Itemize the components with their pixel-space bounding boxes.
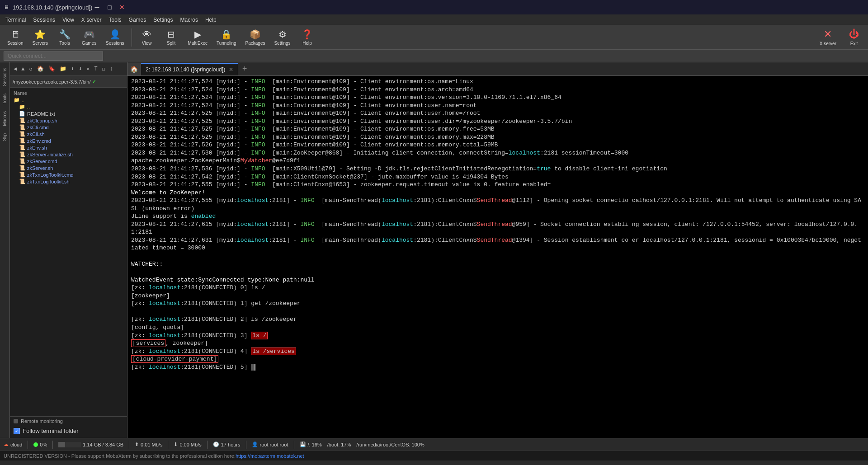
highlighted-command-1: ls / bbox=[251, 332, 268, 339]
session-icon: 🖥 bbox=[11, 29, 20, 40]
list-item[interactable]: 📜zkServer.sh bbox=[12, 164, 125, 171]
path-ok-icon: ✓ bbox=[92, 79, 96, 85]
fp-sort[interactable]: ↕ bbox=[108, 65, 115, 73]
tool-packages[interactable]: 📦 Packages bbox=[242, 27, 269, 47]
fp-new-folder[interactable]: 📁 bbox=[58, 65, 68, 73]
exit-icon: ⏻ bbox=[849, 28, 859, 40]
menu-help[interactable]: Help bbox=[202, 16, 220, 24]
list-item[interactable]: 📜zkEnv.sh bbox=[12, 144, 125, 151]
menu-sessions[interactable]: Sessions bbox=[29, 16, 59, 24]
fp-back[interactable]: ◀ bbox=[12, 65, 19, 73]
fp-bookmark[interactable]: 🔖 bbox=[47, 65, 57, 73]
sidebar-tools-label: Tools bbox=[1, 90, 8, 108]
quickconnect-input[interactable] bbox=[4, 52, 103, 61]
tool-split[interactable]: ⊟ Split bbox=[160, 27, 183, 47]
monitor-dot bbox=[14, 419, 18, 423]
terminal-line: 2023-08-21 21:41:27,524 [myid:] - INFO [… bbox=[131, 94, 864, 102]
menu-settings[interactable]: Settings bbox=[150, 16, 176, 24]
download-icon: ⬇ bbox=[174, 442, 178, 447]
sb-upload: ⬆ 0.01 Mb/s bbox=[135, 442, 162, 447]
toolbar: 🖥 Session ⭐ Servers 🔧 Tools 🎮 Games 👤 Se… bbox=[0, 25, 868, 50]
sb-user: 👤 root root root bbox=[252, 442, 288, 447]
tab-label: 2: 192.168.10.140 ([springcloud]) bbox=[146, 66, 225, 73]
menu-terminal[interactable]: Terminal bbox=[2, 16, 29, 24]
list-item[interactable]: 📁.. bbox=[12, 103, 125, 110]
terminal-line: 2023-08-21 21:41:27,615 [myid:localhost:… bbox=[131, 221, 864, 236]
exit-button[interactable]: ⏻ Exit bbox=[844, 27, 864, 48]
tool-sessions[interactable]: 👤 Sessions bbox=[102, 27, 128, 47]
list-item[interactable]: 📜zkTxnLogToolkit.cmd bbox=[12, 171, 125, 178]
fp-select[interactable]: ◻ bbox=[100, 65, 107, 73]
script-icon: 📜 bbox=[19, 124, 25, 130]
tool-settings[interactable]: ⚙ Settings bbox=[270, 27, 294, 47]
tab-close-button[interactable]: ✕ bbox=[229, 66, 233, 73]
tab-bar: 🏠 2: 192.168.10.140 ([springcloud]) ✕ + bbox=[127, 62, 868, 76]
maximize-button[interactable]: □ bbox=[105, 3, 114, 12]
fp-download[interactable]: ⬇ bbox=[77, 65, 84, 73]
list-item[interactable]: 📜zkCli.cmd bbox=[12, 124, 125, 131]
unregistered-link[interactable]: https://mobaxterm.mobatek.net bbox=[236, 453, 304, 459]
menu-view[interactable]: View bbox=[59, 16, 78, 24]
sb-percent: 0% bbox=[33, 442, 47, 447]
follow-folder-section[interactable]: ✓ Follow terminal folder bbox=[10, 426, 127, 438]
list-item[interactable]: 📁.. bbox=[12, 97, 125, 103]
menu-macros[interactable]: Macros bbox=[177, 16, 202, 24]
menubar: Terminal Sessions View X server Tools Ga… bbox=[0, 14, 868, 25]
terminal-content[interactable]: 2023-08-21 21:41:27,524 [myid:] - INFO [… bbox=[127, 76, 868, 438]
tool-tools[interactable]: 🔧 Tools bbox=[53, 27, 76, 47]
menu-tools[interactable]: Tools bbox=[105, 16, 125, 24]
minimize-button[interactable]: ─ bbox=[92, 3, 101, 12]
terminal-line: [zk: localhost:2181(CONNECTED) 1] get /z… bbox=[131, 300, 864, 308]
remote-monitoring-section: Remote monitoring bbox=[10, 416, 127, 426]
left-sidebar-icons: Sessions Tools Macros Slip bbox=[0, 62, 10, 438]
sb-sep bbox=[207, 441, 208, 449]
script-icon: 📜 bbox=[19, 145, 25, 150]
list-item[interactable]: 📜zkCleanup.sh bbox=[12, 117, 125, 124]
tab-springcloud[interactable]: 2: 192.168.10.140 ([springcloud]) ✕ bbox=[141, 63, 238, 75]
list-item[interactable]: 📜zkServer.cmd bbox=[12, 158, 125, 164]
tool-session[interactable]: 🖥 Session bbox=[4, 28, 27, 47]
unregistered-text: UNREGISTERED VERSION - Please support Mo… bbox=[4, 453, 236, 459]
list-item[interactable]: 📄README.txt bbox=[12, 110, 125, 117]
folder-icon: 📁 bbox=[14, 97, 20, 103]
highlighted-result-2: [cloud-provider-payment] bbox=[131, 355, 218, 363]
tunneling-icon: 🔒 bbox=[221, 29, 232, 40]
xserver-button[interactable]: ✕ X server bbox=[814, 27, 842, 48]
split-icon: ⊟ bbox=[167, 29, 175, 40]
fp-refresh[interactable]: ↺ bbox=[27, 65, 34, 73]
fp-upload[interactable]: ⬆ bbox=[69, 65, 76, 73]
fp-up[interactable]: ▲ bbox=[19, 65, 26, 73]
terminal-line bbox=[131, 268, 864, 276]
close-button[interactable]: ✕ bbox=[118, 3, 127, 12]
tool-tunneling[interactable]: 🔒 Tunneling bbox=[213, 27, 240, 47]
menu-games[interactable]: Games bbox=[125, 16, 150, 24]
follow-folder-checkbox[interactable]: ✓ bbox=[14, 428, 20, 434]
terminal-line: [zk: localhost:2181(CONNECTED) 0] ls / bbox=[131, 284, 864, 292]
sidebar-slip-label: Slip bbox=[1, 130, 8, 145]
list-item[interactable]: 📜zkServer-initialize.sh bbox=[12, 151, 125, 158]
file-icon: 📄 bbox=[19, 111, 25, 117]
terminal-line: 2023-08-21 21:41:27,524 [myid:] - INFO [… bbox=[131, 86, 864, 94]
titlebar: 🖥 192.168.10.140 ([springcloud]) ─ □ ✕ bbox=[0, 0, 868, 14]
terminal-line: 2023-08-21 21:41:27,555 [myid:localhost:… bbox=[131, 197, 864, 212]
list-item[interactable]: 📜zkEnv.cmd bbox=[12, 137, 125, 144]
terminal-area: 🏠 2: 192.168.10.140 ([springcloud]) ✕ + … bbox=[127, 62, 868, 438]
tool-view[interactable]: 👁 View bbox=[136, 28, 158, 47]
filepanel-path: /myzookeeper/zookeeper-3.5.7/bin/ ✓ bbox=[10, 76, 127, 88]
sb-time: 🕐 17 hours bbox=[213, 442, 241, 447]
tool-games[interactable]: 🎮 Games bbox=[78, 27, 100, 47]
terminal-line bbox=[131, 252, 864, 260]
list-item[interactable]: 📜zkTxnLogToolkit.sh bbox=[12, 178, 125, 185]
fp-home[interactable]: 🏠 bbox=[35, 65, 46, 73]
menu-xserver[interactable]: X server bbox=[78, 16, 105, 24]
sidebar-macros-label: Macros bbox=[1, 108, 8, 130]
fp-delete[interactable]: ✕ bbox=[85, 65, 91, 73]
new-tab-button[interactable]: + bbox=[238, 63, 251, 75]
tool-multiexec[interactable]: ▶ MultiExec bbox=[184, 27, 211, 47]
tab-home[interactable]: 🏠 bbox=[127, 63, 141, 75]
script-icon: 📜 bbox=[19, 151, 25, 157]
list-item[interactable]: 📜zkCli.sh bbox=[12, 131, 125, 137]
tool-servers[interactable]: ⭐ Servers bbox=[29, 27, 52, 47]
fp-text[interactable]: T bbox=[92, 65, 99, 73]
tool-help[interactable]: ❓ Help bbox=[296, 27, 319, 47]
